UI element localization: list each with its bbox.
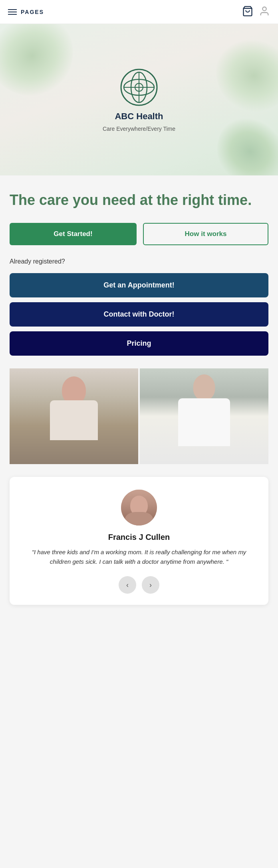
appointment-button[interactable]: Get an Appointment! [10,273,268,297]
hero-section: ABC Health Care Everywhere/Every Time [0,24,278,175]
hero-content: ABC Health Care Everywhere/Every Time [103,67,175,132]
nav-right [242,6,270,18]
action-buttons: Get an Appointment! Contact with Doctor!… [10,273,268,356]
contact-button[interactable]: Contact with Doctor! [10,302,268,327]
brand-tagline: Care Everywhere/Every Time [103,126,175,132]
brand-name: ABC Health [115,111,163,122]
testimonial-quote: "I have three kids and I'm a working mom… [21,547,257,567]
image-doctor [140,368,268,464]
testimonial-card: Francis J Cullen "I have three kids and … [10,477,268,605]
svg-point-1 [262,7,266,10]
hero-leaf-topleft [0,24,90,112]
doctor-image [140,368,268,464]
image-grid [10,368,268,464]
testimonial-name: Francis J Cullen [21,533,257,542]
hero-leaf-topright [204,28,278,123]
main-headline: The care you need at the right time. [10,191,268,209]
nav-title: PAGES [21,9,44,15]
hamburger-icon[interactable] [8,9,17,15]
already-registered-text: Already registered? [10,258,268,265]
testimonial-next-button[interactable]: › [142,576,159,594]
top-nav: PAGES [0,0,278,24]
user-icon[interactable] [259,6,270,18]
testimonial-avatar [121,490,157,526]
image-patient [10,368,138,464]
main-content: The care you need at the right time. Get… [0,175,278,621]
testimonial-prev-button[interactable]: ‹ [119,576,136,594]
nav-left: PAGES [8,9,44,15]
brand-logo [119,67,159,107]
cart-icon[interactable] [242,6,253,18]
pricing-button[interactable]: Pricing [10,331,268,356]
testimonial-navigation: ‹ › [21,576,257,594]
avatar-image [121,490,157,526]
hero-leaf-bottomright [202,104,278,175]
patient-image [10,368,138,464]
get-started-button[interactable]: Get Started! [10,223,137,245]
how-it-works-button[interactable]: How it works [143,223,268,245]
cta-buttons: Get Started! How it works [10,223,268,245]
